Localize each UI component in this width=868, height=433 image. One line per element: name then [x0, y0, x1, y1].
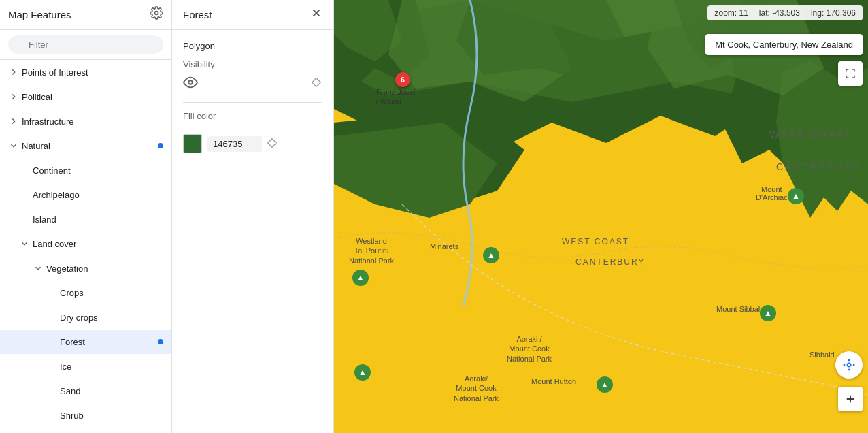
svg-point-6 [188, 80, 193, 84]
sidebar-label-ice: Ice [60, 362, 163, 372]
color-value-input[interactable] [207, 136, 262, 152]
diamond-icon-color[interactable] [267, 138, 278, 149]
sidebar-item-sand[interactable]: Sand [0, 379, 171, 403]
sidebar-label-sand: Sand [60, 386, 163, 396]
fill-color-controls [183, 127, 203, 127]
park-icon-mount-hutton: ▲ [597, 376, 613, 393]
sidebar-item-political[interactable]: Political [0, 84, 171, 109]
detail-panel: Forest Polygon Visibility Fi [172, 0, 334, 433]
mountain-sibbald: Mount Sibbald [716, 305, 764, 313]
gear-icon[interactable] [150, 6, 163, 23]
sidebar-title: Map Features [8, 9, 71, 20]
sidebar-item-shrub[interactable]: Shrub [0, 403, 171, 428]
divider [183, 102, 322, 103]
panel-body: Polygon Visibility Fill color [172, 30, 333, 164]
nav-dot-natural [158, 143, 163, 148]
region-west-coast: WEST COAST [769, 129, 852, 140]
mountain-darchiac: MountD'Archiac [756, 185, 788, 202]
location-label: Mt Cook, Canterbury, New Zealand [705, 34, 863, 55]
visibility-label: Visibility [183, 59, 322, 69]
park-icon-minarets: ▲ [483, 247, 499, 263]
close-button[interactable] [310, 7, 322, 22]
map-container[interactable]: zoom: 11 lat: -43.503 lng: 170.306 Mt Co… [334, 0, 868, 433]
park-westland: WestlandTai PoutiniNational Park [349, 236, 394, 266]
sidebar-label-natural: Natural [22, 141, 158, 151]
filter-input[interactable] [8, 35, 163, 54]
sidebar-label-continent: Continent [33, 165, 163, 176]
sidebar-item-land-cover[interactable]: Land cover [0, 231, 171, 256]
sidebar-label-shrub: Shrub [60, 411, 163, 421]
chevron-icon-political [8, 91, 19, 102]
region-canterbury: CANTERBURY [776, 161, 862, 172]
sidebar-label-vegetation: Vegetation [46, 263, 163, 274]
eye-icon[interactable] [183, 75, 199, 91]
sidebar-item-natural[interactable]: Natural [0, 133, 171, 158]
park-minarets: Minarets [430, 242, 458, 251]
park-aoraki-2: Aoraki/Mount CookNational Park [454, 374, 499, 403]
diamond-icon-visibility[interactable] [312, 78, 322, 89]
fullscreen-button[interactable] [838, 61, 863, 86]
zoom-label: zoom: 11 [714, 8, 748, 18]
color-swatch[interactable] [183, 134, 202, 153]
polygon-label: Polygon [183, 41, 322, 51]
map-svg [334, 0, 868, 433]
sidebar-label-island: Island [33, 214, 163, 225]
panel-title: Forest [183, 9, 212, 20]
sidebar-header: Map Features [0, 0, 171, 30]
zoom-value: 11 [739, 8, 748, 18]
sidebar-item-forest[interactable]: Forest [0, 330, 171, 354]
chevron-icon-infrastructure [8, 116, 19, 127]
color-value-row [183, 134, 322, 153]
mountain-sibbald-2: Sibbald [809, 351, 835, 359]
park-icon-aoraki-1: ▲ [354, 364, 371, 381]
svg-marker-21 [456, 0, 633, 82]
sidebar-item-continent[interactable]: Continent [0, 158, 171, 182]
sidebar-item-ice[interactable]: Ice [0, 354, 171, 379]
svg-point-0 [155, 12, 158, 15]
lng-label: lng: 170.306 [811, 8, 856, 18]
chevron-icon-land-cover [19, 238, 30, 249]
region-canterbury-2: CANTERBURY [575, 257, 645, 267]
sidebar-label-political: Political [22, 92, 163, 102]
location-button[interactable] [835, 351, 863, 379]
sidebar-label-dry-crops: Dry crops [60, 312, 163, 323]
sidebar-label-land-cover: Land cover [33, 239, 163, 249]
sidebar-item-archipelago[interactable]: Archipelago [0, 182, 171, 207]
park-mount-hutton: Mount Hutton [531, 376, 576, 386]
chevron-icon-natural [8, 140, 19, 151]
chevron-icon-points-of-interest [8, 67, 19, 78]
park-icon-sibbald: ▲ [760, 305, 776, 321]
region-west-coast-2: WEST COAST [562, 237, 629, 246]
sidebar-item-tundra[interactable]: Tundra [0, 428, 171, 433]
panel-header: Forest [172, 0, 333, 30]
sidebar-item-vegetation[interactable]: Vegetation [0, 256, 171, 280]
park-icon-darchiac: ▲ [788, 188, 804, 204]
sidebar-item-infrastructure[interactable]: Infrastructure [0, 109, 171, 133]
sidebar-item-crops[interactable]: Crops [0, 280, 171, 305]
map-info-bar: zoom: 11 lat: -43.503 lng: 170.306 [707, 5, 863, 20]
map-pin[interactable]: 6 [395, 72, 410, 87]
poi-label-franz-josef: Franz Josef/ Waiāu [376, 87, 415, 107]
sidebar-label-crops: Crops [60, 288, 163, 298]
nav-dot-forest [158, 339, 163, 344]
sidebar-label-infrastructure: Infrastructure [22, 116, 163, 127]
zoom-plus-button[interactable] [838, 387, 863, 411]
visibility-row [183, 75, 322, 91]
lng-value: 170.306 [827, 8, 856, 18]
park-aoraki-1: Aoraki /Mount CookNational Park [507, 334, 552, 364]
lat-label: lat: -43.503 [759, 8, 800, 18]
chevron-icon-vegetation [33, 263, 44, 274]
sidebar-label-points-of-interest: Points of Interest [22, 67, 163, 78]
filter-bar [0, 30, 171, 60]
svg-marker-7 [312, 78, 321, 87]
sidebar-item-island[interactable]: Island [0, 207, 171, 231]
fill-color-label: Fill color [183, 111, 322, 121]
lat-value: -43.503 [772, 8, 800, 18]
park-icon-westland: ▲ [352, 270, 369, 286]
minus-line[interactable] [183, 127, 203, 127]
sidebar-label-forest: Forest [60, 337, 158, 347]
svg-point-23 [848, 364, 851, 367]
sidebar-item-dry-crops[interactable]: Dry crops [0, 305, 171, 330]
svg-marker-8 [268, 139, 277, 148]
sidebar-item-points-of-interest[interactable]: Points of Interest [0, 60, 171, 84]
